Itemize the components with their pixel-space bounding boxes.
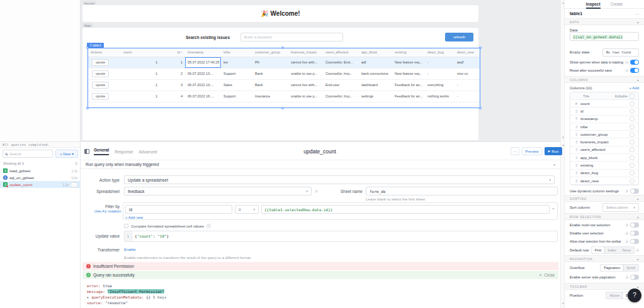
dynamic-columns-toggle[interactable] [630,189,639,194]
column-list-item[interactable]: ⠿ app_block [570,154,638,162]
app-block-cell[interactable]: adf [359,57,392,68]
count-cell[interactable]: 1 [121,57,160,68]
default-row-first[interactable]: First [592,247,605,253]
query-list-item[interactable]: update_count 1.2s ⋯ [0,181,81,188]
selection-handle[interactable] [281,47,284,49]
id-cell[interactable]: 3 [160,80,185,91]
close-button[interactable]: Close [544,273,555,277]
fx-icon[interactable]: fx [626,231,628,235]
expand-node-icon[interactable]: ▸ [87,295,89,299]
remove-filter-icon[interactable]: × [552,207,555,211]
editable-checkbox[interactable] [630,140,635,145]
filter-queries-icon[interactable]: ≡ [75,162,77,165]
descr-bug-cell[interactable]: nothing works [425,91,455,102]
section-columns[interactable]: COLUMNS▴ [565,76,644,83]
editable-checkbox[interactable] [630,132,635,137]
new-query-button[interactable]: + New▾ [55,150,78,158]
fx-icon[interactable]: fx [315,189,318,193]
users-affected-cell[interactable]: End-user [323,80,359,91]
id-cell[interactable]: 2 [160,69,185,79]
table1-component[interactable]: Actions count id ↑ timestamp tribe custo… [88,48,480,108]
descr-new-cell[interactable]: asdf [455,57,479,68]
tab-create[interactable]: Create [611,2,623,6]
query-list-item[interactable]: sql_on_gsheet 0.6s [0,174,81,181]
section-sorting[interactable]: SORTING▴ [565,195,644,202]
fx-icon[interactable]: fx [626,239,628,243]
col-header-customer-group[interactable]: customer_group [252,48,288,57]
upvote-button[interactable]: upvote [92,82,109,89]
existing-cell[interactable]: Feedback for an... [392,91,425,102]
users-affected-cell[interactable]: Counsellor, Imp... [323,91,359,102]
editable-checkbox[interactable] [630,155,635,160]
upvote-button[interactable]: upvote [92,59,109,66]
tab-general[interactable]: General [94,148,109,155]
default-row-index[interactable]: Index [604,247,619,253]
col-header-actions[interactable]: Actions [88,48,121,57]
selection-handle[interactable] [86,107,89,109]
column-list-item[interactable]: ⠿ users_affected [570,146,638,154]
filter-field-input[interactable]: id [125,205,232,214]
update-value-editor[interactable]: 1 {"count": "10"} [124,231,558,242]
query-title[interactable]: update_count [269,148,370,155]
customer-group-cell[interactable]: Bank [252,80,288,91]
run-button[interactable]: ▶Run [545,147,562,155]
refresh-button[interactable]: refresh [445,33,473,41]
customer-group-cell[interactable]: PA [252,57,288,68]
col-header-users-affected[interactable]: users_affected [323,48,359,57]
tribe-cell[interactable]: les [221,57,252,68]
editable-checkbox[interactable] [630,109,635,114]
id-cell[interactable]: 4 [160,91,185,102]
col-header-existing[interactable]: existing [392,48,425,57]
data-value-input[interactable]: {{sql_on_gsheet.data}} [570,32,639,41]
sheet-name-input[interactable]: form_db [366,187,558,195]
close-icon[interactable]: × [539,273,542,277]
fx-icon[interactable]: fx [626,189,628,193]
col-header-count[interactable]: count [121,48,160,57]
column-list-item[interactable]: ⠿ customer_group [570,131,638,138]
descr-bug-cell[interactable]: - [425,69,455,79]
add-filter-link[interactable]: + Add new [125,216,143,219]
table-row[interactable]: upvote 1 3 06.07.2022 13:... Sales Bank … [88,80,480,91]
col-header-descr-new[interactable]: descr_new [455,48,479,57]
business-impact-cell[interactable]: unable to use p... [288,69,323,79]
column-list-item[interactable]: ⠿ tribe [570,123,638,131]
tribe-cell[interactable]: Sales [221,80,252,91]
app-block-cell[interactable]: dashboard [359,80,392,91]
fx-icon[interactable]: fx [626,275,628,279]
col-header-tribe[interactable]: tribe [221,48,252,57]
upvote-button[interactable]: upvote [92,93,109,100]
column-list-item[interactable]: # count [570,100,638,107]
action-type-select[interactable]: Update a spreadsheet▾ [124,175,555,184]
column-list-item[interactable]: ⠿ existing [570,162,638,169]
compare-checkbox[interactable] [124,224,128,228]
server-pagination-toggle[interactable] [630,275,639,280]
query-more-button[interactable]: ⋯ [71,182,77,187]
empty-state-input[interactable]: No rows found [602,48,639,57]
tab-advanced[interactable]: Advanced [139,150,157,154]
timestamp-cell[interactable]: 06.07.2022 13:... [185,69,221,79]
editable-checkbox[interactable] [630,163,635,168]
editable-checkbox[interactable] [630,124,635,129]
selection-handle[interactable] [86,47,89,49]
preview-button[interactable]: Preview [522,147,542,155]
descr-new-cell[interactable]: - [455,80,479,91]
existing-cell[interactable]: New feature req... [392,69,425,79]
column-list-item[interactable]: ⠿ business_impact [570,138,638,146]
fx-icon[interactable]: fx [626,69,628,72]
selection-handle[interactable] [281,107,284,109]
tribe-cell[interactable]: Support [221,91,252,102]
table-row[interactable]: upvote 1 2 06.07.2022 13:... Support Ban… [88,69,480,80]
tab-inspect[interactable]: Inspect [586,0,601,9]
app-block-cell[interactable]: bank connections [359,69,392,79]
table1-component-tag[interactable]: ⠿ table1 [87,43,104,48]
business-impact-cell[interactable]: unable to use p... [288,91,323,102]
section-data[interactable]: DATA▴ [565,18,644,25]
editable-checkbox[interactable] [630,116,635,121]
clear-selection-toggle[interactable] [630,239,639,244]
overflow-pagination[interactable]: Pagination [601,265,623,271]
keyword-search-input[interactable]: Enter a keyword [240,33,343,41]
collapse-sidebar-icon[interactable] [84,149,89,154]
query-more-actions-button[interactable]: ⋯ [511,147,519,155]
spinner-toggle[interactable] [630,60,639,65]
editable-checkbox[interactable] [630,147,635,152]
